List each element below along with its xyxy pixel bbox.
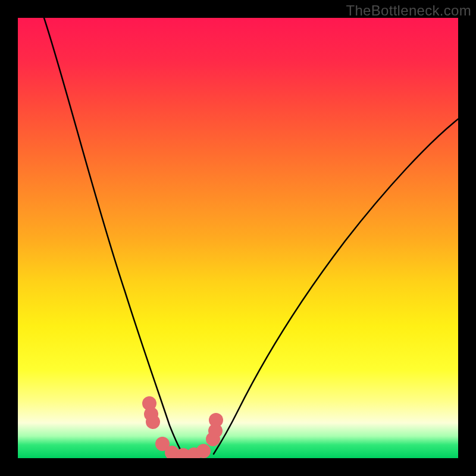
marker-dot — [209, 413, 223, 427]
left-curve — [44, 18, 183, 454]
marker-dot — [196, 444, 211, 458]
marker-group — [142, 396, 223, 458]
watermark-text: TheBottleneck.com — [346, 2, 471, 19]
bottleneck-curve-svg — [18, 18, 458, 458]
chart-container: TheBottleneck.com — [0, 0, 476, 476]
right-curve — [214, 119, 458, 454]
plot-area — [18, 18, 458, 458]
marker-dot — [146, 415, 160, 429]
